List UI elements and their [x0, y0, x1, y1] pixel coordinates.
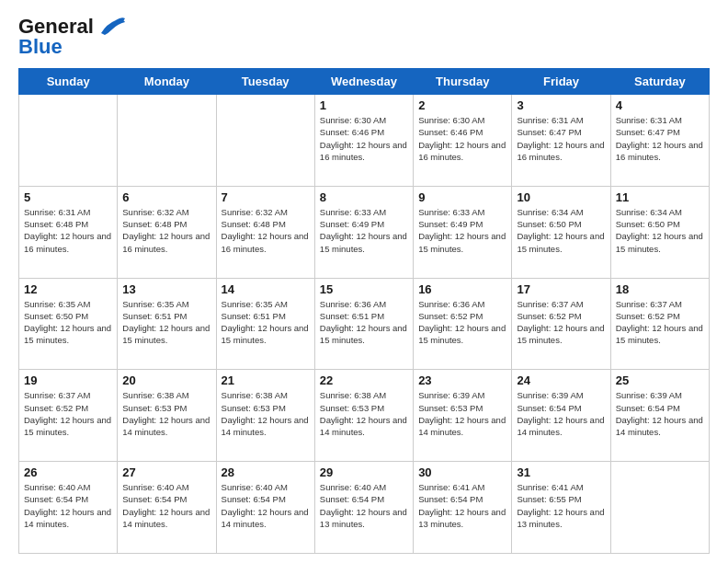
day-info: Sunrise: 6:34 AM Sunset: 6:50 PM Dayligh… [517, 206, 605, 255]
calendar-cell: 31Sunrise: 6:41 AM Sunset: 6:55 PM Dayli… [512, 462, 610, 554]
day-info: Sunrise: 6:36 AM Sunset: 6:52 PM Dayligh… [418, 298, 506, 347]
day-info: Sunrise: 6:41 AM Sunset: 6:54 PM Dayligh… [418, 481, 506, 530]
day-number: 26 [24, 465, 112, 479]
day-number: 5 [24, 190, 112, 204]
day-number: 18 [616, 282, 704, 296]
calendar-cell: 14Sunrise: 6:35 AM Sunset: 6:51 PM Dayli… [216, 278, 314, 370]
calendar-cell: 30Sunrise: 6:41 AM Sunset: 6:54 PM Dayli… [414, 462, 512, 554]
calendar-cell: 15Sunrise: 6:36 AM Sunset: 6:51 PM Dayli… [314, 278, 413, 370]
header: General Blue [18, 15, 710, 59]
day-number: 20 [122, 373, 210, 387]
weekday-friday: Friday [512, 69, 610, 95]
day-number: 6 [122, 190, 210, 204]
day-info: Sunrise: 6:31 AM Sunset: 6:48 PM Dayligh… [24, 206, 112, 255]
day-number: 3 [517, 98, 605, 112]
calendar-cell: 9Sunrise: 6:33 AM Sunset: 6:49 PM Daylig… [414, 186, 512, 278]
calendar-cell: 28Sunrise: 6:40 AM Sunset: 6:54 PM Dayli… [216, 462, 314, 554]
calendar-cell: 26Sunrise: 6:40 AM Sunset: 6:54 PM Dayli… [19, 462, 118, 554]
calendar-cell [118, 95, 216, 187]
day-info: Sunrise: 6:40 AM Sunset: 6:54 PM Dayligh… [24, 481, 112, 530]
day-number: 31 [517, 465, 605, 479]
calendar-cell: 18Sunrise: 6:37 AM Sunset: 6:52 PM Dayli… [610, 278, 709, 370]
day-number: 7 [222, 190, 310, 204]
day-info: Sunrise: 6:30 AM Sunset: 6:46 PM Dayligh… [320, 114, 408, 163]
day-info: Sunrise: 6:37 AM Sunset: 6:52 PM Dayligh… [616, 298, 704, 347]
day-info: Sunrise: 6:39 AM Sunset: 6:53 PM Dayligh… [418, 389, 506, 438]
calendar-week-3: 12Sunrise: 6:35 AM Sunset: 6:50 PM Dayli… [19, 278, 710, 370]
calendar-week-4: 19Sunrise: 6:37 AM Sunset: 6:52 PM Dayli… [19, 370, 710, 462]
day-info: Sunrise: 6:34 AM Sunset: 6:50 PM Dayligh… [616, 206, 704, 255]
day-info: Sunrise: 6:40 AM Sunset: 6:54 PM Dayligh… [222, 481, 310, 530]
day-number: 22 [320, 373, 408, 387]
page: General Blue SundayMondayTuesdayWednesda… [0, 0, 728, 563]
day-number: 11 [616, 190, 704, 204]
day-number: 1 [320, 98, 408, 112]
day-number: 17 [517, 282, 605, 296]
day-number: 13 [122, 282, 210, 296]
day-number: 23 [418, 373, 506, 387]
calendar-cell: 3Sunrise: 6:31 AM Sunset: 6:47 PM Daylig… [512, 95, 610, 187]
calendar-cell: 24Sunrise: 6:39 AM Sunset: 6:54 PM Dayli… [512, 370, 610, 462]
calendar-cell: 20Sunrise: 6:38 AM Sunset: 6:53 PM Dayli… [118, 370, 216, 462]
calendar-cell: 17Sunrise: 6:37 AM Sunset: 6:52 PM Dayli… [512, 278, 610, 370]
day-info: Sunrise: 6:41 AM Sunset: 6:55 PM Dayligh… [517, 481, 605, 530]
day-info: Sunrise: 6:40 AM Sunset: 6:54 PM Dayligh… [320, 481, 408, 530]
calendar-cell: 5Sunrise: 6:31 AM Sunset: 6:48 PM Daylig… [19, 186, 118, 278]
day-info: Sunrise: 6:35 AM Sunset: 6:50 PM Dayligh… [24, 298, 112, 347]
day-info: Sunrise: 6:35 AM Sunset: 6:51 PM Dayligh… [222, 298, 310, 347]
day-info: Sunrise: 6:39 AM Sunset: 6:54 PM Dayligh… [616, 389, 704, 438]
day-number: 21 [222, 373, 310, 387]
calendar-cell [19, 95, 118, 187]
calendar-cell: 4Sunrise: 6:31 AM Sunset: 6:47 PM Daylig… [610, 95, 709, 187]
day-info: Sunrise: 6:33 AM Sunset: 6:49 PM Dayligh… [418, 206, 506, 255]
day-number: 25 [616, 373, 704, 387]
day-number: 30 [418, 465, 506, 479]
day-info: Sunrise: 6:35 AM Sunset: 6:51 PM Dayligh… [122, 298, 210, 347]
day-info: Sunrise: 6:38 AM Sunset: 6:53 PM Dayligh… [320, 389, 408, 438]
weekday-saturday: Saturday [610, 69, 709, 95]
day-number: 12 [24, 282, 112, 296]
calendar-cell: 29Sunrise: 6:40 AM Sunset: 6:54 PM Dayli… [314, 462, 413, 554]
calendar-cell: 19Sunrise: 6:37 AM Sunset: 6:52 PM Dayli… [19, 370, 118, 462]
day-number: 8 [320, 190, 408, 204]
calendar-cell: 23Sunrise: 6:39 AM Sunset: 6:53 PM Dayli… [414, 370, 512, 462]
day-info: Sunrise: 6:38 AM Sunset: 6:53 PM Dayligh… [122, 389, 210, 438]
calendar-cell: 21Sunrise: 6:38 AM Sunset: 6:53 PM Dayli… [216, 370, 314, 462]
calendar-week-2: 5Sunrise: 6:31 AM Sunset: 6:48 PM Daylig… [19, 186, 710, 278]
calendar-cell: 1Sunrise: 6:30 AM Sunset: 6:46 PM Daylig… [314, 95, 413, 187]
day-number: 19 [24, 373, 112, 387]
day-info: Sunrise: 6:37 AM Sunset: 6:52 PM Dayligh… [24, 389, 112, 438]
calendar-cell: 11Sunrise: 6:34 AM Sunset: 6:50 PM Dayli… [610, 186, 709, 278]
day-number: 10 [517, 190, 605, 204]
calendar-cell: 6Sunrise: 6:32 AM Sunset: 6:48 PM Daylig… [118, 186, 216, 278]
day-number: 14 [222, 282, 310, 296]
calendar-cell: 10Sunrise: 6:34 AM Sunset: 6:50 PM Dayli… [512, 186, 610, 278]
calendar-cell: 22Sunrise: 6:38 AM Sunset: 6:53 PM Dayli… [314, 370, 413, 462]
day-info: Sunrise: 6:31 AM Sunset: 6:47 PM Dayligh… [616, 114, 704, 163]
calendar-cell: 12Sunrise: 6:35 AM Sunset: 6:50 PM Dayli… [19, 278, 118, 370]
day-info: Sunrise: 6:33 AM Sunset: 6:49 PM Dayligh… [320, 206, 408, 255]
day-number: 16 [418, 282, 506, 296]
calendar-cell [216, 95, 314, 187]
day-number: 15 [320, 282, 408, 296]
logo-blue: Blue [18, 35, 63, 59]
weekday-monday: Monday [118, 69, 216, 95]
calendar-cell: 8Sunrise: 6:33 AM Sunset: 6:49 PM Daylig… [314, 186, 413, 278]
day-info: Sunrise: 6:31 AM Sunset: 6:47 PM Dayligh… [517, 114, 605, 163]
day-number: 29 [320, 465, 408, 479]
calendar-week-1: 1Sunrise: 6:30 AM Sunset: 6:46 PM Daylig… [19, 95, 710, 187]
logo-bird-icon [97, 17, 127, 37]
weekday-header-row: SundayMondayTuesdayWednesdayThursdayFrid… [19, 69, 710, 95]
calendar-cell: 13Sunrise: 6:35 AM Sunset: 6:51 PM Dayli… [118, 278, 216, 370]
calendar-cell: 2Sunrise: 6:30 AM Sunset: 6:46 PM Daylig… [414, 95, 512, 187]
calendar-cell: 25Sunrise: 6:39 AM Sunset: 6:54 PM Dayli… [610, 370, 709, 462]
day-info: Sunrise: 6:32 AM Sunset: 6:48 PM Dayligh… [122, 206, 210, 255]
day-number: 24 [517, 373, 605, 387]
weekday-tuesday: Tuesday [216, 69, 314, 95]
calendar-week-5: 26Sunrise: 6:40 AM Sunset: 6:54 PM Dayli… [19, 462, 710, 554]
day-number: 28 [222, 465, 310, 479]
weekday-sunday: Sunday [19, 69, 118, 95]
day-info: Sunrise: 6:40 AM Sunset: 6:54 PM Dayligh… [122, 481, 210, 530]
calendar-cell: 7Sunrise: 6:32 AM Sunset: 6:48 PM Daylig… [216, 186, 314, 278]
day-info: Sunrise: 6:32 AM Sunset: 6:48 PM Dayligh… [222, 206, 310, 255]
